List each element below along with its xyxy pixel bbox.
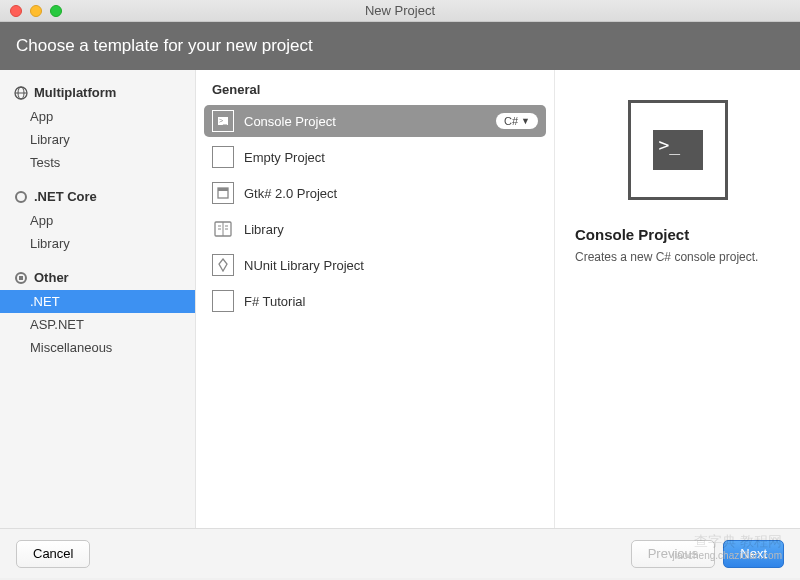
sidebar: Multiplatform App Library Tests .NET Cor… [0, 70, 196, 528]
template-library[interactable]: Library [204, 213, 546, 245]
template-label: F# Tutorial [244, 294, 538, 309]
category-label: Other [34, 270, 69, 285]
gtk-icon [212, 182, 234, 204]
template-label: Empty Project [244, 150, 538, 165]
nunit-icon [212, 254, 234, 276]
template-console-project[interactable]: >_ Console Project C# ▼ [204, 105, 546, 137]
sidebar-item-aspnet[interactable]: ASP.NET [0, 313, 195, 336]
sidebar-item-misc[interactable]: Miscellaneous [0, 336, 195, 359]
sidebar-item-app[interactable]: App [0, 209, 195, 232]
header-text: Choose a template for your new project [16, 36, 313, 55]
fsharp-icon [212, 290, 234, 312]
template-nunit-library[interactable]: NUnit Library Project [204, 249, 546, 281]
group-label: General [204, 80, 546, 105]
titlebar: New Project [0, 0, 800, 22]
sidebar-item-library[interactable]: Library [0, 232, 195, 255]
category-netcore[interactable]: .NET Core [0, 184, 195, 209]
template-label: Gtk# 2.0 Project [244, 186, 538, 201]
globe-icon [14, 86, 28, 100]
sidebar-item-library[interactable]: Library [0, 128, 195, 151]
template-list: General >_ Console Project C# ▼ Empty Pr… [196, 70, 555, 528]
language-label: C# [504, 115, 518, 127]
category-label: .NET Core [34, 189, 97, 204]
template-gtk-project[interactable]: Gtk# 2.0 Project [204, 177, 546, 209]
svg-rect-6 [218, 188, 228, 191]
sidebar-item-tests[interactable]: Tests [0, 151, 195, 174]
template-label: NUnit Library Project [244, 258, 538, 273]
preview-description: Creates a new C# console project. [575, 249, 780, 266]
template-empty-project[interactable]: Empty Project [204, 141, 546, 173]
template-fsharp-tutorial[interactable]: F# Tutorial [204, 285, 546, 317]
window-title: New Project [0, 3, 800, 18]
cancel-button[interactable]: Cancel [16, 540, 90, 568]
template-label: Console Project [244, 114, 486, 129]
sidebar-item-net[interactable]: .NET [0, 290, 195, 313]
main-content: Multiplatform App Library Tests .NET Cor… [0, 70, 800, 528]
svg-text:>_: >_ [219, 117, 227, 125]
library-icon [212, 218, 234, 240]
category-multiplatform[interactable]: Multiplatform [0, 80, 195, 105]
chevron-down-icon: ▼ [521, 116, 530, 126]
empty-icon [212, 146, 234, 168]
preview-title: Console Project [575, 226, 780, 243]
footer: Cancel Previous Next [0, 528, 800, 578]
sidebar-item-app[interactable]: App [0, 105, 195, 128]
previous-button: Previous [631, 540, 716, 568]
radio-off-icon [14, 190, 28, 204]
template-label: Library [244, 222, 538, 237]
language-selector[interactable]: C# ▼ [496, 113, 538, 129]
category-other[interactable]: Other [0, 265, 195, 290]
console-icon: >_ [212, 110, 234, 132]
preview-panel: >_ Console Project Creates a new C# cons… [555, 70, 800, 528]
radio-on-icon [14, 271, 28, 285]
terminal-icon: >_ [653, 130, 703, 170]
preview-image: >_ [575, 90, 780, 226]
page-header: Choose a template for your new project [0, 22, 800, 70]
category-label: Multiplatform [34, 85, 116, 100]
next-button[interactable]: Next [723, 540, 784, 568]
